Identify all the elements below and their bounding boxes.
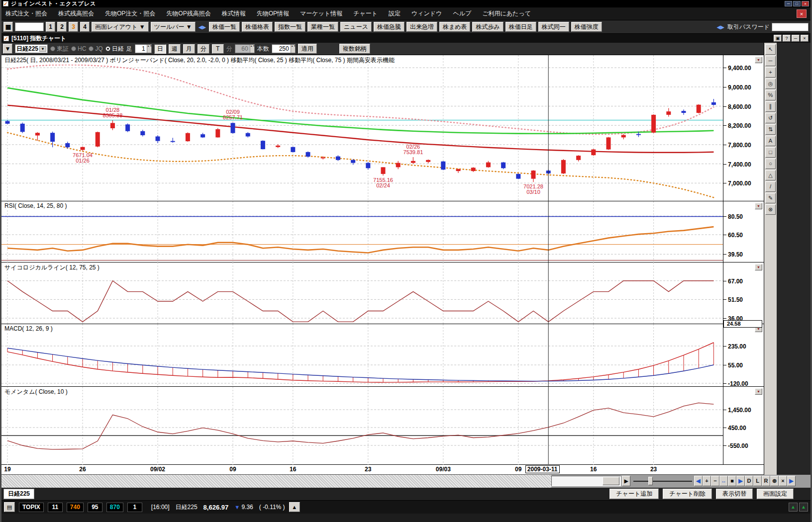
refresh-icon[interactable]: ↺ [765, 113, 776, 123]
chart-scrollbar-track[interactable] [551, 476, 621, 486]
text-icon[interactable]: A [765, 136, 776, 146]
bar-interval-spinner[interactable]: ▲▼ [147, 45, 151, 53]
panel-dropdown-button[interactable]: ▼ [755, 203, 762, 209]
pencil-icon[interactable]: ✎ [765, 193, 776, 203]
symbol-dropdown-button[interactable]: ▼ [3, 44, 12, 54]
menu-item-9[interactable]: ウィンドウ [411, 9, 442, 18]
menu-item-0[interactable]: 株式注文・照会 [5, 9, 47, 18]
ellipse-icon[interactable]: ○ [765, 159, 776, 169]
panel-dropdown-button[interactable]: ▼ [755, 388, 762, 395]
status-up-button-1[interactable]: ▲ [789, 503, 798, 512]
day-mode-button[interactable]: D [745, 476, 753, 486]
workspace-3-button[interactable]: 3 [69, 22, 78, 32]
zoom-in-bars-button[interactable]: + [703, 476, 711, 486]
footer-button-2[interactable]: 表示切替 [716, 489, 753, 499]
app-close-button[interactable]: × [802, 1, 809, 6]
apply-button[interactable]: 適用 [298, 44, 317, 54]
market-radio-1[interactable]: HC [71, 45, 86, 52]
footer-button-3[interactable]: 画面設定 [757, 489, 794, 499]
minute-input[interactable]: 60▲▼ [235, 44, 255, 53]
alert-icon[interactable]: ◎ [765, 79, 776, 89]
period-button-T[interactable]: T [212, 44, 224, 54]
menu-item-8[interactable]: 設定 [389, 9, 401, 18]
fit-width-button[interactable]: ↔ [719, 476, 728, 486]
stop-button[interactable]: ■ [728, 476, 736, 486]
market-radio-0[interactable]: 東証 [50, 45, 69, 53]
zoom-out-bars-button[interactable]: − [711, 476, 719, 486]
updown-icon[interactable]: ⇅ [765, 124, 776, 135]
minute-spinner[interactable]: ▲▼ [250, 45, 254, 53]
screen-layout-button[interactable]: 画面レイアウト ▼ [92, 22, 149, 32]
quick-button-6[interactable]: 出来急増 [406, 22, 437, 32]
footer-button-1[interactable]: チャート削除 [663, 489, 712, 499]
menubar-close-button[interactable]: × [797, 9, 807, 18]
chart-window-help-button[interactable]: ? [783, 35, 791, 42]
quick-button-10[interactable]: 株式同一 [538, 22, 569, 32]
quick-button-5[interactable]: 株価急騰 [374, 22, 405, 32]
bar-count-spinner[interactable]: ▲▼ [291, 45, 295, 53]
menu-item-4[interactable]: 株式情報 [222, 9, 246, 18]
quick-button-11[interactable]: 株価強度 [571, 22, 602, 32]
menu-item-5[interactable]: 先物OP情報 [257, 9, 289, 18]
magnify-button[interactable]: ⊕ [770, 476, 779, 486]
toolbar-menu-button[interactable]: ツールバー ▼ [151, 22, 196, 32]
chart-window-cascade-button[interactable]: ▣ [774, 35, 782, 42]
workspace-2-button[interactable]: 2 [57, 22, 67, 32]
slider-thumb[interactable] [648, 477, 653, 485]
period-button-日[interactable]: 日 [154, 44, 166, 54]
quick-button-2[interactable]: 指数一覧 [275, 22, 305, 32]
panel-dropdown-button[interactable]: ▼ [755, 57, 762, 63]
market-radio-3[interactable]: 日経 [105, 45, 124, 53]
quick-button-9[interactable]: 株価日足 [506, 22, 536, 32]
menu-item-6[interactable]: マーケット情報 [300, 9, 342, 18]
chart-scrollbar-thumb[interactable] [603, 477, 619, 485]
quick-button-0[interactable]: 株価一覧 [209, 22, 240, 32]
percent-icon[interactable]: % [765, 90, 776, 100]
workspace-4-button[interactable]: 4 [80, 22, 90, 32]
status-up-button-2[interactable]: ▲ [799, 503, 808, 512]
market-radio-2[interactable]: JQ [89, 45, 102, 52]
symbol-combobox[interactable]: 日経225▼ [15, 44, 48, 53]
play-button[interactable]: ▶ [736, 476, 745, 486]
quick-button-8[interactable]: 株式歩み [472, 22, 503, 32]
period-button-分[interactable]: 分 [198, 44, 209, 54]
chart-window-close-button[interactable]: × [801, 35, 809, 42]
left-scale-button[interactable]: L [753, 476, 762, 486]
quick-button-7[interactable]: 株まめ表 [439, 22, 471, 32]
layout-name-input[interactable] [15, 22, 44, 31]
footer-button-0[interactable]: チャート追加 [609, 489, 659, 499]
chart-window-minimize-button[interactable]: ─ [792, 35, 800, 42]
close-tool-button[interactable]: × [779, 476, 787, 486]
app-maximize-button[interactable]: □ [793, 1, 801, 6]
menu-item-2[interactable]: 先物OP注文・照会 [105, 9, 155, 18]
chart-tab-nikkei225[interactable]: 日経225 [3, 489, 34, 499]
quick-button-4[interactable]: ニュース [340, 22, 372, 32]
menu-item-7[interactable]: チャート [353, 9, 378, 18]
period-button-月[interactable]: 月 [183, 44, 195, 54]
status-grid-button[interactable]: ▤ [4, 502, 15, 512]
parallel-lines-icon[interactable]: ∥ [765, 101, 776, 112]
triangle-icon[interactable]: △ [765, 170, 776, 180]
period-button-週[interactable]: 週 [169, 44, 181, 54]
scroll-right-end-button[interactable]: ▶ [787, 476, 796, 486]
rectangle-icon[interactable]: □ [765, 147, 776, 158]
quick-button-1[interactable]: 株価格表 [242, 22, 273, 32]
menu-item-11[interactable]: ご利用にあたって [482, 9, 531, 18]
menu-item-1[interactable]: 株式残高照会 [58, 9, 94, 18]
menu-item-10[interactable]: ヘルプ [453, 9, 471, 18]
scroll-right-button[interactable]: ▶ [622, 476, 630, 486]
trade-password-input[interactable] [772, 23, 809, 31]
chart-window-titlebar[interactable]: ✓ [5110] 指数チャート ▣?─× [1, 34, 811, 43]
crosshair-icon[interactable]: + [765, 67, 776, 78]
pointer-icon[interactable]: ↖ [765, 44, 776, 55]
bar-interval-input[interactable]: 1▲▼ [135, 44, 152, 53]
menu-item-3[interactable]: 先物OP残高照会 [166, 9, 210, 18]
app-minimize-button[interactable]: ─ [785, 1, 792, 6]
window-switch-button[interactable]: ▦ [3, 22, 13, 32]
fibonacci-icon[interactable]: / [765, 181, 776, 192]
scroll-left-end-button[interactable]: ◀ [694, 476, 703, 486]
bar-count-input[interactable]: 250▲▼ [272, 44, 296, 53]
panel-dropdown-button[interactable]: ▼ [755, 264, 762, 270]
trend-line-icon[interactable]: ─ [765, 56, 776, 66]
delete-icon[interactable]: ⊗ [765, 204, 776, 215]
